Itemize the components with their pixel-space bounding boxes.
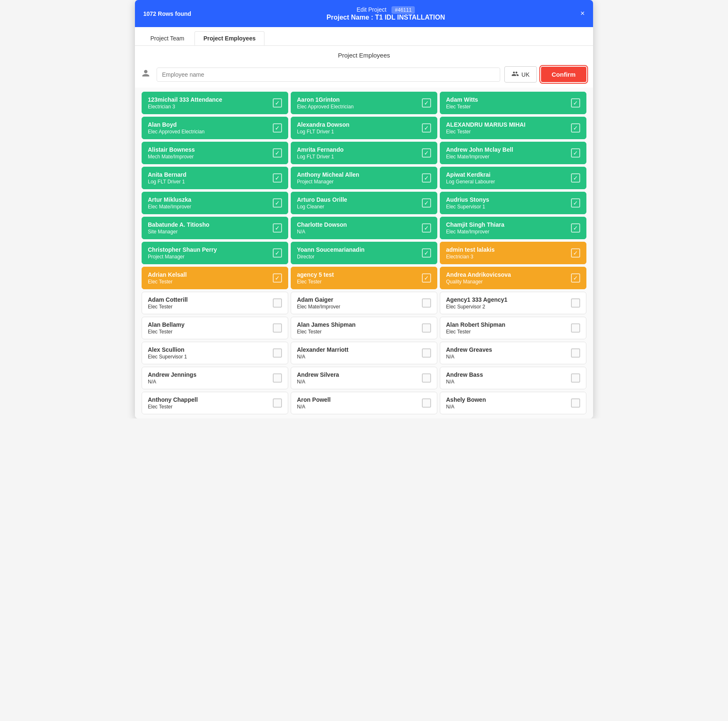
employee-card[interactable]: 123michail 333 AttendanceElectrician 3 [142,92,288,114]
employee-checkbox[interactable] [422,373,431,383]
employee-card[interactable]: agency 5 testElec Tester [291,267,437,289]
employee-card[interactable]: Agency1 333 Agency1Elec Supervisor 2 [440,292,586,314]
employee-role: Log Cleaner [297,204,347,210]
employee-checkbox[interactable] [422,323,431,333]
employee-card[interactable]: Anthony ChappellElec Tester [142,392,288,414]
employee-checkbox[interactable] [571,298,580,308]
employee-role: Elec Tester [446,129,526,135]
employee-name: Alexandra Dowson [297,121,349,128]
employee-name: Alan Boyd [148,121,204,128]
employee-card[interactable]: Alexander MarriottN/A [291,342,437,364]
employee-card[interactable]: Adrian KelsallElec Tester [142,267,288,289]
employee-name: Ashely Bowen [446,396,486,403]
employee-checkbox[interactable] [273,248,282,258]
employee-info: 123michail 333 AttendanceElectrician 3 [148,96,222,110]
employee-card[interactable]: Alex ScullionElec Supervisor 1 [142,342,288,364]
employee-card[interactable]: Amrita FernandoLog FLT Driver 1 [291,142,437,164]
employee-checkbox[interactable] [571,373,580,383]
modal-header: 1072 Rows found Edit Project #46111 Proj… [135,0,593,27]
employee-checkbox[interactable] [571,223,580,233]
employee-checkbox[interactable] [273,173,282,183]
employee-checkbox[interactable] [422,248,431,258]
employee-card[interactable]: Andrea AndrikovicsovaQuality Manager [440,267,586,289]
employee-role: Elec Tester [148,404,198,410]
employee-card[interactable]: Aron PowellN/A [291,392,437,414]
employee-card[interactable]: Christopher Shaun PerryProject Manager [142,242,288,264]
employee-checkbox[interactable] [273,223,282,233]
employee-card[interactable]: Apiwat KerdkraiLog General Labourer [440,167,586,189]
employee-checkbox[interactable] [273,298,282,308]
employee-checkbox[interactable] [273,123,282,133]
tab-project-employees[interactable]: Project Employees [194,31,264,45]
employee-role: Director [297,254,364,260]
employee-card[interactable]: Alan James ShipmanElec Tester [291,317,437,339]
employee-card[interactable]: Andrew BassN/A [440,367,586,389]
employee-checkbox[interactable] [422,173,431,183]
employee-checkbox[interactable] [571,273,580,283]
employee-card[interactable]: Andrew John Mclay BellElec Mate/Improver [440,142,586,164]
employee-card[interactable]: Andrew JenningsN/A [142,367,288,389]
tabs-container: Project Team Project Employees [135,27,593,46]
employee-checkbox[interactable] [273,98,282,108]
employee-checkbox[interactable] [422,298,431,308]
employee-checkbox[interactable] [273,373,282,383]
employee-checkbox[interactable] [273,148,282,158]
employee-checkbox[interactable] [273,398,282,408]
employee-checkbox[interactable] [571,348,580,358]
employee-role: Elec Approved Electrician [148,129,204,135]
employee-checkbox[interactable] [422,223,431,233]
employee-card[interactable]: Adam WittsElec Tester [440,92,586,114]
employee-card[interactable]: Yoann SoucemarianadinDirector [291,242,437,264]
employee-checkbox[interactable] [273,323,282,333]
employee-card[interactable]: Anthony Micheal AllenProject Manager [291,167,437,189]
employee-card[interactable]: Andrew SilveraN/A [291,367,437,389]
employee-card[interactable]: Alexandra DowsonLog FLT Driver 1 [291,117,437,139]
employee-checkbox[interactable] [422,148,431,158]
employee-info: Andrew SilveraN/A [297,371,339,385]
employee-card[interactable]: Alan BoydElec Approved Electrician [142,117,288,139]
employee-checkbox[interactable] [422,348,431,358]
employee-card[interactable]: Babatunde A. TitioshoSite Manager [142,217,288,239]
employee-checkbox[interactable] [422,123,431,133]
employee-checkbox[interactable] [422,98,431,108]
employee-card[interactable]: Alan Robert ShipmanElec Tester [440,317,586,339]
employee-name: ALEXANDRU MARIUS MIHAI [446,121,526,128]
employee-card[interactable]: Anita BernardLog FLT Driver 1 [142,167,288,189]
employee-checkbox[interactable] [571,148,580,158]
employee-role: Project Manager [297,179,359,185]
close-button[interactable]: × [580,9,585,18]
employee-checkbox[interactable] [422,273,431,283]
employee-checkbox[interactable] [571,198,580,208]
employee-card[interactable]: Ashely BowenN/A [440,392,586,414]
tab-project-team[interactable]: Project Team [142,31,193,45]
employee-card[interactable]: Alistair BownessMech Mate/Improver [142,142,288,164]
employee-checkbox[interactable] [571,323,580,333]
employee-checkbox[interactable] [422,398,431,408]
employee-card[interactable]: Chamjit Singh ThiaraElec Mate/Improver [440,217,586,239]
employee-search-input[interactable] [157,68,500,82]
employee-card[interactable]: Artur MikluszkaElec Mate/Improver [142,192,288,214]
employee-card[interactable]: Adam CotterillElec Tester [142,292,288,314]
employee-info: Adrian KelsallElec Tester [148,271,187,285]
employee-checkbox[interactable] [273,348,282,358]
employee-card[interactable]: Aaron 1GrintonElec Approved Electrician [291,92,437,114]
employee-checkbox[interactable] [273,198,282,208]
employee-card[interactable]: Arturo Daus OrilleLog Cleaner [291,192,437,214]
employee-checkbox[interactable] [571,398,580,408]
employee-card[interactable]: Andrew GreavesN/A [440,342,586,364]
employee-checkbox[interactable] [571,248,580,258]
employee-checkbox[interactable] [422,198,431,208]
employee-card[interactable]: Charlotte DowsonN/A [291,217,437,239]
employee-checkbox[interactable] [571,173,580,183]
uk-filter-button[interactable]: UK [504,66,536,83]
employee-info: Audrius StonysElec Supervisor 1 [446,196,489,210]
employee-card[interactable]: Audrius StonysElec Supervisor 1 [440,192,586,214]
employee-checkbox[interactable] [273,273,282,283]
employee-card[interactable]: admin test lalakisElectrician 3 [440,242,586,264]
confirm-button[interactable]: Confirm [541,67,587,82]
employee-checkbox[interactable] [571,123,580,133]
employee-checkbox[interactable] [571,98,580,108]
employee-card[interactable]: Alan BellamyElec Tester [142,317,288,339]
employee-card[interactable]: ALEXANDRU MARIUS MIHAIElec Tester [440,117,586,139]
employee-card[interactable]: Adam GaigerElec Mate/Improver [291,292,437,314]
